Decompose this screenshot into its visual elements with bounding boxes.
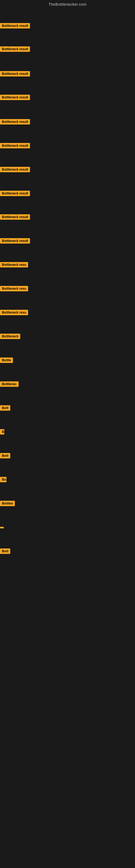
bottleneck-result-badge[interactable]: Bott <box>0 405 10 411</box>
badge-row: Bottleneck result <box>0 191 30 197</box>
badge-row: Bottleneck result <box>0 143 30 150</box>
badge-row: Bottleneck result <box>0 46 30 53</box>
badge-row: Bott <box>0 405 10 412</box>
bottleneck-result-badge[interactable]: Bottleneck result <box>0 71 30 76</box>
site-title: TheBottlenecker.com <box>0 0 135 8</box>
bottleneck-result-badge[interactable]: Bottleneck resu <box>0 286 28 291</box>
bottleneck-result-badge[interactable]: Bottle <box>0 358 13 363</box>
bottleneck-result-badge[interactable]: Bott <box>0 453 10 458</box>
badge-row: Bott <box>0 549 10 555</box>
bottleneck-result-badge[interactable]: Bottleneck result <box>0 46 30 52</box>
badge-row: Bottlen <box>0 501 15 507</box>
badge-row: Bottleneck result <box>0 214 30 221</box>
bottleneck-result-badge[interactable] <box>0 527 4 528</box>
bottleneck-result-badge[interactable]: Bottlen <box>0 501 15 506</box>
badge-row: Bottleneck resu <box>0 310 28 316</box>
badge-row: Bottleneck result <box>0 71 30 78</box>
badge-row <box>0 525 4 529</box>
badge-row: Bottle <box>0 358 13 364</box>
badge-row: Bottleneck result <box>0 23 30 30</box>
bottleneck-result-badge[interactable]: B <box>0 429 4 435</box>
badge-row: Bottleneck resu <box>0 286 28 292</box>
badge-row: Bottlenec <box>0 381 18 388</box>
badge-row: Bottleneck resu <box>0 262 28 269</box>
badge-row: Bo <box>0 477 6 484</box>
bottleneck-result-badge[interactable]: Bottleneck result <box>0 119 30 124</box>
bottleneck-result-badge[interactable]: Bottleneck result <box>0 95 30 100</box>
bottleneck-result-badge[interactable]: Bottleneck result <box>0 238 30 244</box>
bottleneck-result-badge[interactable]: Bottleneck <box>0 334 20 339</box>
bottleneck-result-badge[interactable]: Bott <box>0 549 10 554</box>
badge-row: Bott <box>0 453 10 460</box>
badge-row: Bottleneck result <box>0 238 30 245</box>
badge-row: B <box>0 429 4 436</box>
bottleneck-result-badge[interactable]: Bottleneck resu <box>0 310 28 315</box>
bottleneck-result-badge[interactable]: Bottleneck resu <box>0 262 28 268</box>
bottleneck-result-badge[interactable]: Bottleneck result <box>0 191 30 196</box>
badge-row: Bottleneck <box>0 334 20 340</box>
badge-row: Bottleneck result <box>0 95 30 101</box>
bottleneck-result-badge[interactable]: Bottlenec <box>0 381 18 387</box>
bottleneck-result-badge[interactable]: Bottleneck result <box>0 23 30 29</box>
badge-row: Bottleneck result <box>0 119 30 126</box>
bottleneck-result-badge[interactable]: Bottleneck result <box>0 214 30 220</box>
bottleneck-result-badge[interactable]: Bottleneck result <box>0 143 30 148</box>
bottleneck-result-badge[interactable]: Bo <box>0 477 6 482</box>
bottleneck-result-badge[interactable]: Bottleneck result <box>0 167 30 172</box>
badge-row: Bottleneck result <box>0 167 30 173</box>
